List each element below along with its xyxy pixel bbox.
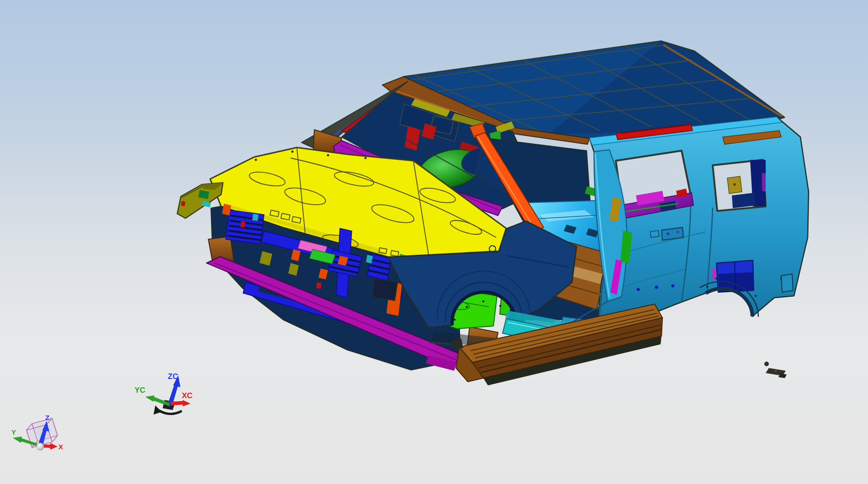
orientation-sphere[interactable] xyxy=(37,443,44,450)
wcs-z-label: ZC xyxy=(168,372,178,381)
view-y-label: Y xyxy=(11,428,16,436)
model-canvas[interactable]: ZC YC XC Z Y X xyxy=(0,0,868,484)
view-x-label: X xyxy=(58,443,63,451)
wcs-y-label: YC xyxy=(134,386,145,395)
wcs-triad[interactable]: ZC YC XC xyxy=(134,372,192,415)
door-handle-recess[interactable] xyxy=(662,227,683,240)
car-body-model[interactable] xyxy=(177,41,809,385)
view-orientation-triad[interactable]: Z Y X xyxy=(11,414,63,451)
cad-viewport[interactable]: ZC YC XC Z Y X xyxy=(0,0,868,484)
quarter-window xyxy=(713,160,766,211)
loose-parts[interactable] xyxy=(764,362,787,378)
wcs-x-label: XC xyxy=(182,391,193,400)
view-z-label: Z xyxy=(45,414,49,421)
